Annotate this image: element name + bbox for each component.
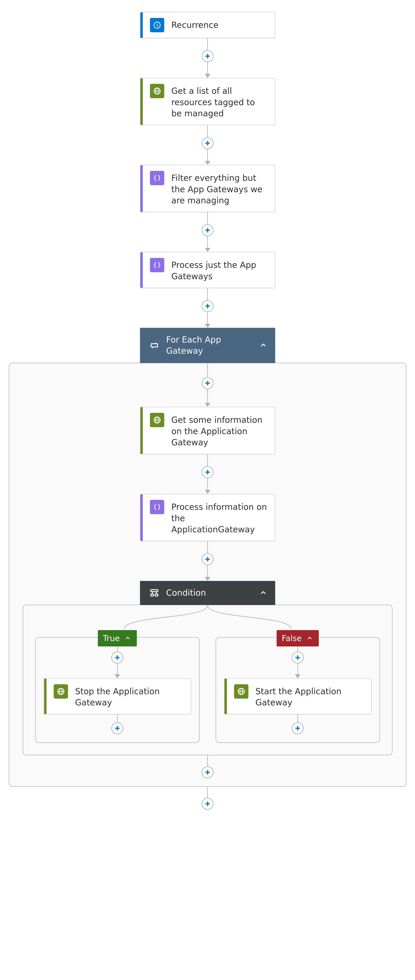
card-recurrence[interactable]: Recurrence [140, 12, 275, 38]
card-stripe [140, 494, 143, 541]
add-step-button[interactable] [111, 652, 123, 663]
connector [111, 646, 123, 678]
add-step-button[interactable] [202, 137, 214, 149]
add-step-button[interactable] [202, 553, 214, 565]
card-start-gateway[interactable]: Start the Application Gateway [224, 678, 371, 714]
connector [202, 38, 214, 78]
arrow-down-icon [114, 674, 120, 678]
card-stripe [44, 679, 46, 714]
condition-scope: True [23, 605, 393, 756]
header-label: For Each App Gateway [166, 334, 252, 357]
chevron-up-icon[interactable] [306, 634, 314, 642]
card-label: Stop the Application Gateway [75, 684, 184, 708]
card-get-info[interactable]: Get some information on the Application … [140, 407, 275, 454]
code-braces-icon [150, 171, 164, 185]
loop-icon [149, 340, 159, 350]
false-branch-frame: False [215, 637, 380, 743]
card-label: Process just the App Gateways [171, 258, 268, 282]
chevron-up-icon[interactable] [259, 589, 267, 597]
chevron-up-icon[interactable] [259, 341, 267, 349]
header-label: Condition [166, 587, 252, 599]
globe-icon [234, 684, 249, 698]
connector [111, 714, 123, 734]
clock-icon [150, 18, 164, 32]
true-branch: True [35, 631, 200, 743]
add-step-button[interactable] [202, 50, 214, 62]
false-badge[interactable]: False [277, 630, 319, 646]
arrow-down-icon [205, 248, 211, 252]
for-each-header[interactable]: For Each App Gateway [140, 328, 275, 363]
arrow-down-icon [205, 161, 211, 165]
svg-rect-0 [151, 590, 158, 592]
globe-icon [150, 84, 164, 98]
card-get-resources[interactable]: Get a list of all resources tagged to be… [140, 78, 275, 125]
card-stripe [140, 407, 143, 454]
true-badge[interactable]: True [98, 630, 137, 646]
arrow-down-icon [205, 490, 211, 494]
card-label: Start the Application Gateway [255, 684, 364, 708]
card-label: Filter everything but the App Gateways w… [171, 171, 268, 206]
branch-fork [39, 605, 377, 629]
card-filter[interactable]: Filter everything but the App Gateways w… [140, 165, 275, 212]
arrow-down-icon [205, 324, 211, 328]
connector [202, 363, 214, 407]
code-braces-icon [150, 500, 164, 514]
connector [202, 212, 214, 252]
add-step-button[interactable] [292, 722, 304, 734]
add-step-button[interactable] [202, 377, 214, 389]
connector [202, 787, 214, 810]
card-process-gateways[interactable]: Process just the App Gateways [140, 252, 275, 288]
connector [202, 756, 214, 778]
condition-icon [149, 588, 159, 598]
badge-label: False [282, 633, 302, 644]
badge-label: True [103, 633, 120, 644]
arrow-down-icon [205, 577, 211, 581]
connector [292, 646, 304, 678]
chevron-up-icon[interactable] [124, 634, 131, 642]
add-step-button[interactable] [202, 224, 214, 236]
card-label: Get a list of all resources tagged to be… [171, 84, 268, 119]
card-stripe [225, 679, 227, 714]
code-braces-icon [150, 258, 164, 272]
add-step-button[interactable] [202, 466, 214, 478]
card-stop-gateway[interactable]: Stop the Application Gateway [44, 678, 191, 714]
connector [202, 541, 214, 581]
for-each-scope: Get some information on the Application … [9, 363, 407, 787]
svg-rect-2 [155, 594, 158, 596]
card-process-info[interactable]: Process information on the ApplicationGa… [140, 494, 275, 541]
connector [202, 125, 214, 165]
connector [292, 714, 304, 734]
add-step-button[interactable] [111, 722, 123, 734]
card-label: Get some information on the Application … [171, 413, 268, 448]
arrow-down-icon [205, 403, 211, 407]
arrow-down-icon [205, 74, 211, 78]
arrow-down-icon [295, 674, 301, 678]
workflow-canvas: Recurrence Get a list of all resources t… [0, 0, 415, 822]
add-step-button[interactable] [202, 766, 214, 778]
card-stripe [140, 78, 143, 125]
add-step-button[interactable] [292, 652, 304, 663]
card-stripe [140, 252, 143, 288]
globe-icon [54, 684, 68, 698]
svg-rect-1 [151, 594, 154, 596]
globe-icon [150, 413, 164, 427]
false-branch: False [215, 631, 380, 743]
card-stripe [140, 12, 143, 38]
add-step-button[interactable] [202, 300, 214, 312]
card-label: Process information on the ApplicationGa… [171, 500, 268, 535]
connector [202, 288, 214, 328]
true-branch-frame: True [35, 637, 200, 743]
branches-row: True [35, 631, 380, 743]
add-step-button[interactable] [202, 798, 214, 810]
connector [202, 454, 214, 494]
condition-header[interactable]: Condition [140, 581, 275, 605]
card-stripe [140, 165, 143, 212]
card-label: Recurrence [171, 18, 268, 31]
